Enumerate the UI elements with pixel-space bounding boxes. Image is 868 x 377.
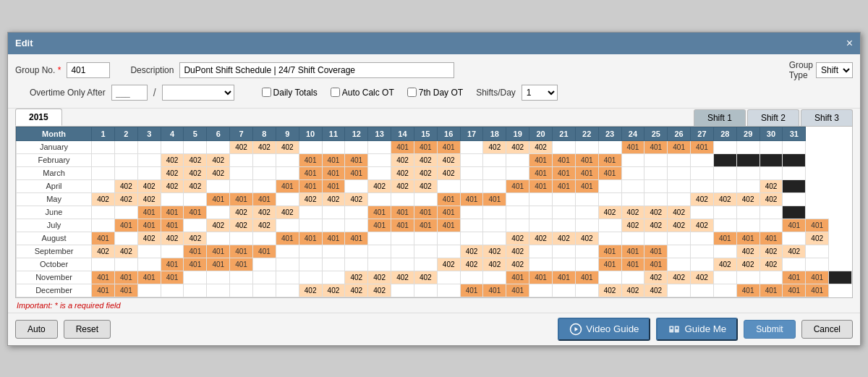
calendar-cell[interactable] — [184, 219, 207, 232]
calendar-cell[interactable] — [644, 192, 668, 206]
calendar-cell[interactable] — [253, 179, 276, 192]
calendar-cell[interactable] — [483, 166, 506, 179]
calendar-cell[interactable]: 402 — [368, 179, 391, 192]
calendar-cell[interactable] — [391, 284, 414, 297]
calendar-cell[interactable]: 402 — [506, 258, 529, 271]
calendar-cell[interactable]: 402 — [460, 258, 483, 271]
calendar-cell[interactable]: 402 — [137, 179, 161, 192]
calendar-cell[interactable] — [322, 219, 345, 232]
calendar-cell[interactable]: 402 — [414, 271, 437, 284]
calendar-cell[interactable]: 402 — [299, 284, 322, 297]
calendar-cell[interactable] — [230, 153, 253, 166]
calendar-cell[interactable] — [92, 206, 115, 219]
calendar-cell[interactable] — [276, 192, 299, 206]
calendar-cell[interactable]: 402 — [114, 245, 137, 258]
calendar-cell[interactable]: 401 — [736, 284, 760, 297]
calendar-cell[interactable] — [207, 140, 230, 153]
calendar-cell[interactable] — [575, 206, 598, 219]
calendar-cell[interactable] — [736, 271, 760, 284]
calendar-cell[interactable] — [276, 271, 299, 284]
calendar-cell[interactable] — [114, 140, 137, 153]
calendar-cell[interactable] — [460, 232, 483, 245]
calendar-cell[interactable]: 401 — [506, 271, 529, 284]
calendar-cell[interactable]: 401 — [437, 219, 460, 232]
calendar-cell[interactable] — [483, 153, 506, 166]
calendar-cell[interactable] — [414, 245, 437, 258]
calendar-cell[interactable]: 401 — [161, 219, 184, 232]
calendar-cell[interactable]: 402 — [137, 192, 161, 206]
calendar-cell[interactable]: 402 — [644, 219, 668, 232]
calendar-cell[interactable] — [529, 206, 553, 219]
calendar-cell[interactable]: 401 — [414, 140, 437, 153]
calendar-cell[interactable] — [114, 206, 137, 219]
calendar-cell[interactable]: 401 — [483, 284, 506, 297]
calendar-cell[interactable] — [460, 166, 483, 179]
description-input[interactable] — [179, 62, 454, 78]
calendar-cell[interactable]: 401 — [299, 179, 322, 192]
calendar-cell[interactable]: 401 — [92, 284, 115, 297]
calendar-cell[interactable]: 401 — [783, 219, 806, 232]
calendar-cell[interactable] — [713, 284, 736, 297]
calendar-cell[interactable]: 402 — [345, 271, 368, 284]
calendar-cell[interactable]: 402 — [644, 271, 668, 284]
calendar-cell[interactable] — [552, 219, 575, 232]
calendar-cell[interactable] — [713, 179, 736, 192]
calendar-cell[interactable] — [276, 166, 299, 179]
calendar-cell[interactable] — [161, 284, 184, 297]
calendar-cell[interactable]: 402 — [621, 219, 644, 232]
calendar-cell[interactable] — [483, 206, 506, 219]
calendar-cell[interactable] — [668, 166, 691, 179]
calendar-cell[interactable]: 402 — [736, 192, 760, 206]
calendar-cell[interactable] — [414, 192, 437, 206]
calendar-cell[interactable] — [575, 219, 598, 232]
calendar-cell[interactable]: 401 — [529, 271, 553, 284]
calendar-cell[interactable] — [575, 284, 598, 297]
calendar-cell[interactable] — [760, 206, 783, 219]
calendar-cell[interactable] — [483, 219, 506, 232]
calendar-cell[interactable]: 402 — [713, 258, 736, 271]
calendar-cell[interactable]: 402 — [760, 179, 783, 192]
calendar-cell[interactable] — [829, 271, 852, 284]
calendar-cell[interactable]: 401 — [137, 271, 161, 284]
calendar-cell[interactable] — [783, 179, 806, 192]
calendar-cell[interactable] — [460, 219, 483, 232]
calendar-cell[interactable] — [92, 166, 115, 179]
calendar-cell[interactable] — [644, 232, 668, 245]
calendar-cell[interactable]: 402 — [437, 166, 460, 179]
calendar-cell[interactable] — [713, 206, 736, 219]
calendar-cell[interactable] — [713, 219, 736, 232]
calendar-cell[interactable] — [668, 232, 691, 245]
calendar-cell[interactable]: 401 — [437, 206, 460, 219]
calendar-cell[interactable]: 401 — [552, 166, 575, 179]
calendar-cell[interactable] — [161, 245, 184, 258]
calendar-cell[interactable]: 402 — [414, 179, 437, 192]
calendar-cell[interactable] — [299, 206, 322, 219]
calendar-cell[interactable]: 402 — [668, 206, 691, 219]
calendar-cell[interactable] — [299, 245, 322, 258]
calendar-cell[interactable]: 401 — [184, 258, 207, 271]
calendar-cell[interactable] — [668, 258, 691, 271]
calendar-cell[interactable] — [460, 179, 483, 192]
calendar-cell[interactable] — [691, 179, 714, 192]
auto-button[interactable]: Auto — [15, 320, 58, 339]
calendar-cell[interactable]: 402 — [437, 258, 460, 271]
calendar-cell[interactable]: 401 — [230, 245, 253, 258]
calendar-cell[interactable]: 402 — [644, 206, 668, 219]
calendar-cell[interactable] — [207, 179, 230, 192]
calendar-cell[interactable] — [230, 232, 253, 245]
close-button[interactable]: × — [846, 37, 853, 50]
calendar-cell[interactable]: 402 — [230, 206, 253, 219]
calendar-cell[interactable] — [368, 232, 391, 245]
calendar-cell[interactable] — [736, 140, 760, 153]
calendar-cell[interactable] — [276, 258, 299, 271]
calendar-cell[interactable] — [322, 140, 345, 153]
calendar-cell[interactable]: 401 — [391, 206, 414, 219]
calendar-cell[interactable] — [137, 153, 161, 166]
calendar-cell[interactable]: 401 — [345, 153, 368, 166]
calendar-cell[interactable]: 401 — [114, 271, 137, 284]
calendar-cell[interactable]: 401 — [322, 153, 345, 166]
calendar-cell[interactable] — [691, 206, 714, 219]
calendar-cell[interactable] — [230, 166, 253, 179]
calendar-cell[interactable]: 402 — [230, 219, 253, 232]
calendar-cell[interactable]: 401 — [575, 166, 598, 179]
